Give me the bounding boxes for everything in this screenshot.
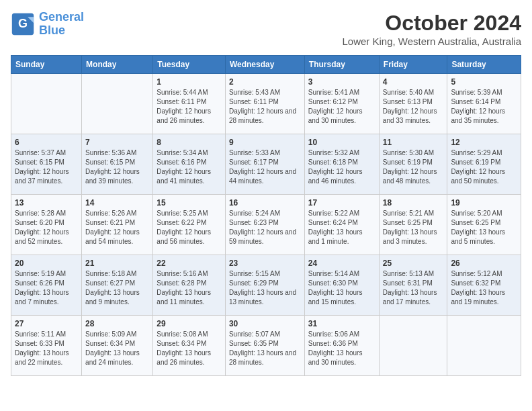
day-number: 26 (451, 259, 517, 268)
calendar-cell: 24Sunrise: 5:14 AMSunset: 6:30 PMDayligh… (304, 255, 379, 316)
calendar-table: SundayMondayTuesdayWednesdayThursdayFrid… (11, 55, 521, 376)
calendar-cell: 6Sunrise: 5:37 AMSunset: 6:15 PMDaylight… (11, 134, 82, 195)
day-number: 10 (308, 138, 375, 147)
day-info: Sunrise: 5:25 AMSunset: 6:22 PMDaylight:… (157, 209, 222, 246)
week-row-4: 20Sunrise: 5:19 AMSunset: 6:26 PMDayligh… (11, 255, 521, 316)
logo-icon: G (11, 12, 35, 36)
day-info: Sunrise: 5:28 AMSunset: 6:20 PMDaylight:… (15, 209, 78, 246)
calendar-cell: 18Sunrise: 5:21 AMSunset: 6:25 PMDayligh… (379, 195, 447, 255)
calendar-cell: 31Sunrise: 5:06 AMSunset: 6:36 PMDayligh… (304, 316, 379, 376)
day-info: Sunrise: 5:12 AMSunset: 6:32 PMDaylight:… (451, 269, 517, 307)
day-number: 22 (157, 259, 222, 268)
day-number: 23 (229, 259, 301, 268)
day-info: Sunrise: 5:43 AMSunset: 6:11 PMDaylight:… (229, 88, 301, 126)
calendar-cell: 12Sunrise: 5:29 AMSunset: 6:19 PMDayligh… (447, 134, 521, 195)
calendar-cell: 5Sunrise: 5:39 AMSunset: 6:14 PMDaylight… (447, 74, 521, 134)
calendar-cell: 26Sunrise: 5:12 AMSunset: 6:32 PMDayligh… (447, 255, 521, 316)
calendar-cell: 22Sunrise: 5:16 AMSunset: 6:28 PMDayligh… (153, 255, 226, 316)
week-row-5: 27Sunrise: 5:11 AMSunset: 6:33 PMDayligh… (11, 316, 521, 376)
day-info: Sunrise: 5:41 AMSunset: 6:12 PMDaylight:… (308, 88, 375, 126)
calendar-cell: 23Sunrise: 5:15 AMSunset: 6:29 PMDayligh… (225, 255, 304, 316)
day-number: 19 (451, 198, 517, 208)
day-info: Sunrise: 5:32 AMSunset: 6:18 PMDaylight:… (308, 148, 375, 186)
day-info: Sunrise: 5:20 AMSunset: 6:25 PMDaylight:… (451, 209, 517, 246)
day-number: 17 (308, 198, 375, 208)
header-monday: Monday (82, 56, 153, 74)
calendar-cell: 11Sunrise: 5:30 AMSunset: 6:19 PMDayligh… (379, 134, 447, 195)
week-row-3: 13Sunrise: 5:28 AMSunset: 6:20 PMDayligh… (11, 195, 521, 255)
day-number: 5 (451, 77, 517, 87)
day-number: 29 (157, 319, 222, 328)
day-info: Sunrise: 5:26 AMSunset: 6:21 PMDaylight:… (85, 209, 149, 246)
calendar-cell: 29Sunrise: 5:08 AMSunset: 6:34 PMDayligh… (153, 316, 226, 376)
day-number: 18 (383, 198, 444, 208)
day-number: 7 (85, 138, 149, 147)
calendar-cell: 16Sunrise: 5:24 AMSunset: 6:23 PMDayligh… (225, 195, 304, 255)
day-number: 3 (308, 77, 375, 87)
day-info: Sunrise: 5:13 AMSunset: 6:31 PMDaylight:… (383, 269, 444, 307)
calendar-cell (379, 316, 447, 376)
day-info: Sunrise: 5:40 AMSunset: 6:13 PMDaylight:… (383, 88, 444, 126)
day-number: 11 (383, 138, 444, 147)
week-row-1: 1Sunrise: 5:44 AMSunset: 6:11 PMDaylight… (11, 74, 521, 134)
header-thursday: Thursday (304, 56, 379, 74)
day-number: 13 (15, 198, 78, 208)
day-number: 14 (85, 198, 149, 208)
svg-text:G: G (18, 17, 28, 30)
calendar-cell: 10Sunrise: 5:32 AMSunset: 6:18 PMDayligh… (304, 134, 379, 195)
day-number: 31 (308, 319, 375, 328)
day-number: 4 (383, 77, 444, 87)
day-number: 2 (229, 77, 301, 87)
day-info: Sunrise: 5:22 AMSunset: 6:24 PMDaylight:… (308, 209, 375, 246)
day-info: Sunrise: 5:14 AMSunset: 6:30 PMDaylight:… (308, 269, 375, 307)
day-info: Sunrise: 5:18 AMSunset: 6:27 PMDaylight:… (85, 269, 149, 307)
calendar-cell: 9Sunrise: 5:33 AMSunset: 6:17 PMDaylight… (225, 134, 304, 195)
calendar-cell: 13Sunrise: 5:28 AMSunset: 6:20 PMDayligh… (11, 195, 82, 255)
main-title: October 2024 (342, 11, 521, 36)
calendar-cell: 3Sunrise: 5:41 AMSunset: 6:12 PMDaylight… (304, 74, 379, 134)
header-saturday: Saturday (447, 56, 521, 74)
page-header: G General Blue October 2024 Lower King, … (11, 11, 521, 47)
day-info: Sunrise: 5:07 AMSunset: 6:35 PMDaylight:… (229, 330, 301, 367)
day-info: Sunrise: 5:08 AMSunset: 6:34 PMDaylight:… (157, 330, 222, 367)
day-number: 30 (229, 319, 301, 328)
calendar-cell: 19Sunrise: 5:20 AMSunset: 6:25 PMDayligh… (447, 195, 521, 255)
day-info: Sunrise: 5:21 AMSunset: 6:25 PMDaylight:… (383, 209, 444, 246)
calendar-cell: 25Sunrise: 5:13 AMSunset: 6:31 PMDayligh… (379, 255, 447, 316)
logo-line2: Blue (39, 24, 65, 37)
logo: G General Blue (11, 11, 84, 38)
day-info: Sunrise: 5:19 AMSunset: 6:26 PMDaylight:… (15, 269, 78, 307)
day-info: Sunrise: 5:06 AMSunset: 6:36 PMDaylight:… (308, 330, 375, 367)
calendar-cell: 20Sunrise: 5:19 AMSunset: 6:26 PMDayligh… (11, 255, 82, 316)
header-friday: Friday (379, 56, 447, 74)
day-info: Sunrise: 5:37 AMSunset: 6:15 PMDaylight:… (15, 148, 78, 186)
calendar-cell: 2Sunrise: 5:43 AMSunset: 6:11 PMDaylight… (225, 74, 304, 134)
day-number: 28 (85, 319, 149, 328)
calendar-cell: 15Sunrise: 5:25 AMSunset: 6:22 PMDayligh… (153, 195, 226, 255)
calendar-cell: 1Sunrise: 5:44 AMSunset: 6:11 PMDaylight… (153, 74, 226, 134)
day-info: Sunrise: 5:39 AMSunset: 6:14 PMDaylight:… (451, 88, 517, 126)
day-number: 9 (229, 138, 301, 147)
calendar-cell: 21Sunrise: 5:18 AMSunset: 6:27 PMDayligh… (82, 255, 153, 316)
calendar-cell: 27Sunrise: 5:11 AMSunset: 6:33 PMDayligh… (11, 316, 82, 376)
calendar-cell: 8Sunrise: 5:34 AMSunset: 6:16 PMDaylight… (153, 134, 226, 195)
day-number: 20 (15, 259, 78, 268)
day-info: Sunrise: 5:44 AMSunset: 6:11 PMDaylight:… (157, 88, 222, 126)
day-number: 8 (157, 138, 222, 147)
day-number: 21 (85, 259, 149, 268)
header-row: SundayMondayTuesdayWednesdayThursdayFrid… (11, 56, 521, 74)
day-info: Sunrise: 5:09 AMSunset: 6:34 PMDaylight:… (85, 330, 149, 367)
calendar-cell: 28Sunrise: 5:09 AMSunset: 6:34 PMDayligh… (82, 316, 153, 376)
day-info: Sunrise: 5:36 AMSunset: 6:15 PMDaylight:… (85, 148, 149, 186)
calendar-cell (447, 316, 521, 376)
day-number: 12 (451, 138, 517, 147)
day-number: 27 (15, 319, 78, 328)
logo-text: General Blue (39, 11, 84, 38)
day-number: 6 (15, 138, 78, 147)
week-row-2: 6Sunrise: 5:37 AMSunset: 6:15 PMDaylight… (11, 134, 521, 195)
calendar-cell (11, 74, 82, 134)
day-number: 24 (308, 259, 375, 268)
day-info: Sunrise: 5:33 AMSunset: 6:17 PMDaylight:… (229, 148, 301, 186)
day-info: Sunrise: 5:16 AMSunset: 6:28 PMDaylight:… (157, 269, 222, 307)
day-number: 1 (157, 77, 222, 87)
